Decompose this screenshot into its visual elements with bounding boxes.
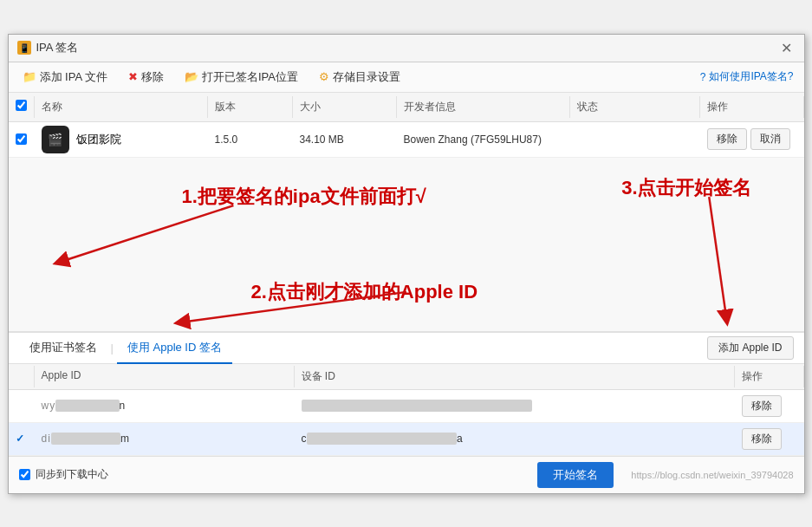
row-checkbox[interactable]: [16, 133, 27, 145]
apple-row2-id: di____________m: [35, 427, 295, 450]
app-version: 1.5.0: [208, 128, 293, 151]
app-name-cell: 🎬 饭团影院: [35, 122, 208, 157]
add-ipa-button[interactable]: 📁 添加 IPA 文件: [19, 68, 112, 87]
app-icon: 🎬: [42, 126, 69, 153]
col-name: 名称: [35, 96, 208, 118]
app-size: 34.10 MB: [293, 128, 397, 151]
storage-settings-button[interactable]: ⚙ 存储目录设置: [315, 68, 404, 87]
apple-row1-remove-btn[interactable]: 移除: [742, 395, 782, 417]
window-title: IPA 签名: [36, 40, 79, 55]
main-window: 📱 IPA 签名 ✕ 📁 添加 IPA 文件 ✖ 移除 📂 打开已签名IPA位置…: [8, 34, 805, 494]
close-button[interactable]: ✕: [777, 40, 796, 56]
table-row: 🎬 饭团影院 1.5.0 34.10 MB Bowen Zhang (7FG59…: [9, 122, 804, 158]
col-developer: 开发者信息: [397, 96, 570, 118]
col-size: 大小: [293, 96, 397, 118]
apple-col-action: 操作: [735, 366, 804, 387]
apple-col-check: [9, 366, 35, 387]
apple-row2-check: ✓: [9, 427, 35, 450]
title-bar-left: 📱 IPA 签名: [17, 40, 79, 55]
tab-bar-right: 添加 Apple ID: [707, 336, 793, 360]
col-checkbox: [9, 96, 35, 118]
help-icon: ?: [700, 71, 706, 83]
annotation-step3: 3.点击开始签名: [621, 175, 751, 201]
app-actions: 移除 取消: [700, 123, 804, 155]
apple-id-row-1[interactable]: wy___________n 8?3______________________…: [9, 390, 804, 423]
table-header: 名称 版本 大小 开发者信息 状态 操作: [9, 93, 804, 122]
row-checkbox-cell: [9, 128, 35, 150]
tab-appleid[interactable]: 使用 Apple ID 签名: [117, 333, 232, 364]
tab-bar: 使用证书签名 | 使用 Apple ID 签名 添加 Apple ID: [9, 333, 804, 364]
bottom-section: 使用证书签名 | 使用 Apple ID 签名 添加 Apple ID Appl…: [9, 331, 804, 493]
apple-row2-remove-btn[interactable]: 移除: [742, 428, 782, 450]
open-location-button[interactable]: 📂 打开已签名IPA位置: [181, 68, 302, 87]
apple-row1-check: [9, 400, 35, 411]
annotation-step2: 2.点击刚才添加的Apple ID: [251, 279, 478, 305]
svg-line-0: [60, 205, 233, 262]
toolbar: 📁 添加 IPA 文件 ✖ 移除 📂 打开已签名IPA位置 ⚙ 存储目录设置 ?…: [9, 62, 804, 93]
tab-separator: |: [107, 342, 117, 355]
sync-label: 同步到下载中心: [36, 467, 108, 482]
apple-col-id: Apple ID: [35, 366, 295, 387]
settings-icon: ⚙: [319, 70, 329, 83]
sync-checkbox[interactable]: [19, 469, 30, 480]
svg-line-2: [709, 197, 726, 318]
open-folder-icon: 📂: [185, 70, 198, 83]
app-name: 饭团影院: [76, 132, 121, 147]
app-status: [570, 134, 700, 145]
apple-row1-action: 移除: [735, 390, 804, 422]
apple-col-device: 设备 ID: [295, 366, 735, 387]
sync-checkbox-label[interactable]: 同步到下载中心: [19, 467, 108, 482]
bottom-footer: 同步到下载中心 开始签名 https://blog.csdn.net/weixi…: [9, 456, 804, 493]
apple-id-row-2[interactable]: ✓ di____________m c_____________________…: [9, 423, 804, 456]
col-status: 状态: [570, 96, 700, 118]
row-remove-button[interactable]: 移除: [707, 128, 747, 150]
apple-row1-id: wy___________n: [35, 394, 295, 417]
apple-table-header: Apple ID 设备 ID 操作: [9, 364, 804, 390]
col-action: 操作: [700, 96, 804, 118]
remove-button[interactable]: ✖ 移除: [125, 68, 167, 87]
col-version: 版本: [208, 96, 293, 118]
remove-icon: ✖: [128, 70, 138, 83]
annotation-area: 1.把要签名的ipa文件前面打√ 3.点击开始签名 2.点击刚才添加的Apple…: [9, 158, 804, 331]
row-cancel-button[interactable]: 取消: [750, 128, 790, 150]
app-developer: Bowen Zhang (7FG59LHU87): [397, 128, 570, 151]
apple-row2-action: 移除: [735, 423, 804, 455]
tab-certificate[interactable]: 使用证书签名: [19, 333, 107, 364]
help-link[interactable]: ? 如何使用IPA签名?: [700, 69, 794, 84]
select-all-checkbox[interactable]: [16, 100, 27, 111]
window-icon: 📱: [17, 41, 31, 55]
apple-row1-device: 8?3__________________________c6f50:5:1b7…: [295, 394, 735, 417]
start-sign-button[interactable]: 开始签名: [537, 462, 614, 488]
folder-icon: 📁: [23, 70, 36, 83]
apple-row2-device: c__________________________a: [295, 427, 735, 450]
watermark: https://blog.csdn.net/weixin_39794028: [631, 470, 793, 480]
annotation-step1: 1.把要签名的ipa文件前面打√: [182, 184, 426, 210]
add-apple-id-button[interactable]: 添加 Apple ID: [707, 336, 793, 360]
title-bar: 📱 IPA 签名 ✕: [9, 35, 804, 62]
